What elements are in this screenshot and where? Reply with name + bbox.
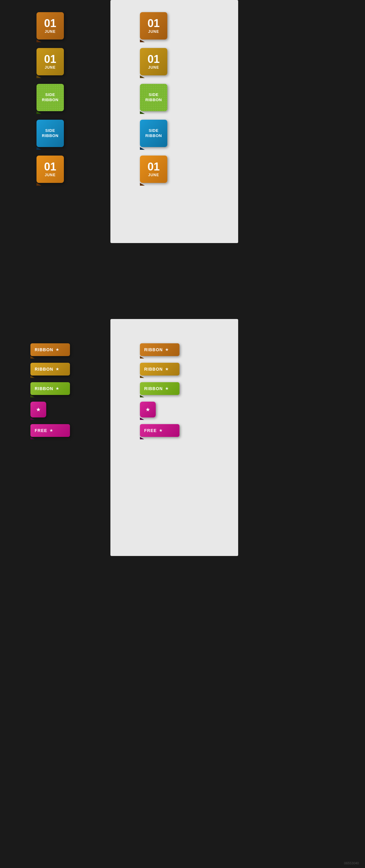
badge-orange-date-dark[interactable]: 01 JUNE bbox=[36, 156, 64, 183]
ribbon-orange-wrap-light: RIBBON ★ bbox=[140, 343, 179, 356]
watermark: 06553040 bbox=[344, 861, 359, 865]
star-icon-4: ★ bbox=[50, 428, 53, 433]
badge-gold-date-dark[interactable]: 01 JUNE bbox=[36, 48, 64, 75]
badge-day-l2: 01 bbox=[147, 54, 160, 65]
badge-label-4: SIDERIBBON bbox=[42, 128, 58, 138]
star-icon-small: ★ bbox=[36, 406, 41, 413]
badge-blue-text-light[interactable]: SIDERIBBON bbox=[140, 120, 167, 147]
ribbon-label-l3: RIBBON bbox=[144, 386, 163, 391]
badge-label-l3: SIDERIBBON bbox=[145, 92, 162, 103]
star-icon-l3: ★ bbox=[165, 386, 169, 391]
ribbon-label-l4: FREE bbox=[144, 428, 157, 433]
ribbon-yellow-wrap-light: RIBBON ★ bbox=[140, 363, 179, 375]
top-dark-col: 01 JUNE 01 JUNE SIDERIBBON SIDERIBBON 01… bbox=[36, 12, 64, 183]
star-icon-l1: ★ bbox=[165, 347, 169, 352]
small-pink-wrap-light: ★ bbox=[140, 402, 179, 417]
ribbon-orange-light[interactable]: RIBBON ★ bbox=[140, 343, 179, 356]
ribbon-free-dark[interactable]: FREE ★ bbox=[30, 424, 70, 437]
ribbon-free-wrap-dark: FREE ★ bbox=[30, 424, 70, 437]
bottom-light-col: RIBBON ★ RIBBON ★ RIBBON ★ ★ FREE ★ bbox=[140, 343, 179, 437]
small-pink-wrap-dark: ★ bbox=[30, 402, 70, 417]
badge-month-l5: JUNE bbox=[148, 173, 159, 177]
ribbon-free-wrap-light: FREE ★ bbox=[140, 424, 179, 437]
badge-gold-date-light[interactable]: 01 JUNE bbox=[140, 48, 167, 75]
ribbon-orange-wrap-dark: RIBBON ★ bbox=[30, 343, 70, 356]
badge-month-5: JUNE bbox=[45, 173, 56, 177]
ribbon-orange-dark[interactable]: RIBBON ★ bbox=[30, 343, 70, 356]
ribbon-label-l1: RIBBON bbox=[144, 347, 163, 352]
badge-label-l4: SIDERIBBON bbox=[145, 128, 162, 138]
ribbon-lime-light[interactable]: RIBBON ★ bbox=[140, 382, 179, 395]
ribbon-yellow-dark[interactable]: RIBBON ★ bbox=[30, 363, 70, 375]
badge-month-2: JUNE bbox=[45, 65, 56, 69]
badge-month-l1: JUNE bbox=[148, 29, 159, 34]
ribbon-free-light[interactable]: FREE ★ bbox=[140, 424, 179, 437]
ribbon-label-4: FREE bbox=[35, 428, 47, 433]
badge-day-1: 01 bbox=[44, 18, 56, 29]
badge-month-1: JUNE bbox=[45, 29, 56, 34]
badge-green-text-light[interactable]: SIDERIBBON bbox=[140, 84, 167, 111]
ribbon-yellow-light[interactable]: RIBBON ★ bbox=[140, 363, 179, 375]
ribbon-yellow-wrap-dark: RIBBON ★ bbox=[30, 363, 70, 375]
badge-green-text-dark[interactable]: SIDERIBBON bbox=[36, 84, 64, 111]
star-icon-l4: ★ bbox=[159, 428, 163, 433]
ribbon-label-3: RIBBON bbox=[35, 386, 53, 391]
badge-day-2: 01 bbox=[44, 54, 56, 65]
ribbon-lime-dark[interactable]: RIBBON ★ bbox=[30, 382, 70, 395]
badge-brown-date-light[interactable]: 01 JUNE bbox=[140, 12, 167, 39]
star-icon-1: ★ bbox=[56, 347, 59, 352]
top-light-col: 01 JUNE 01 JUNE SIDERIBBON SIDERIBBON 01… bbox=[140, 12, 167, 183]
ribbon-lime-wrap-light: RIBBON ★ bbox=[140, 382, 179, 395]
small-pink-light[interactable]: ★ bbox=[140, 402, 156, 417]
badge-orange-date-light[interactable]: 01 JUNE bbox=[140, 156, 167, 183]
badge-day-5: 01 bbox=[44, 161, 56, 172]
ribbon-lime-wrap-dark: RIBBON ★ bbox=[30, 382, 70, 395]
ribbon-label-1: RIBBON bbox=[35, 347, 53, 352]
ribbon-label-l2: RIBBON bbox=[144, 367, 163, 372]
star-icon-3: ★ bbox=[56, 386, 59, 391]
badge-month-l2: JUNE bbox=[148, 65, 159, 69]
white-panel-top bbox=[110, 0, 238, 243]
star-icon-2: ★ bbox=[56, 367, 59, 371]
badge-blue-text-dark[interactable]: SIDERIBBON bbox=[36, 120, 64, 147]
ribbon-label-2: RIBBON bbox=[35, 367, 53, 372]
badge-label-3: SIDERIBBON bbox=[42, 92, 58, 103]
badge-brown-date-dark[interactable]: 01 JUNE bbox=[36, 12, 64, 39]
badge-day-l5: 01 bbox=[147, 161, 160, 172]
star-icon-l2: ★ bbox=[165, 367, 169, 371]
badge-day-l1: 01 bbox=[147, 18, 160, 29]
small-pink-dark[interactable]: ★ bbox=[30, 402, 46, 417]
bottom-dark-col: RIBBON ★ RIBBON ★ RIBBON ★ ★ FREE ★ bbox=[30, 343, 70, 437]
star-icon-small-l: ★ bbox=[145, 406, 150, 413]
